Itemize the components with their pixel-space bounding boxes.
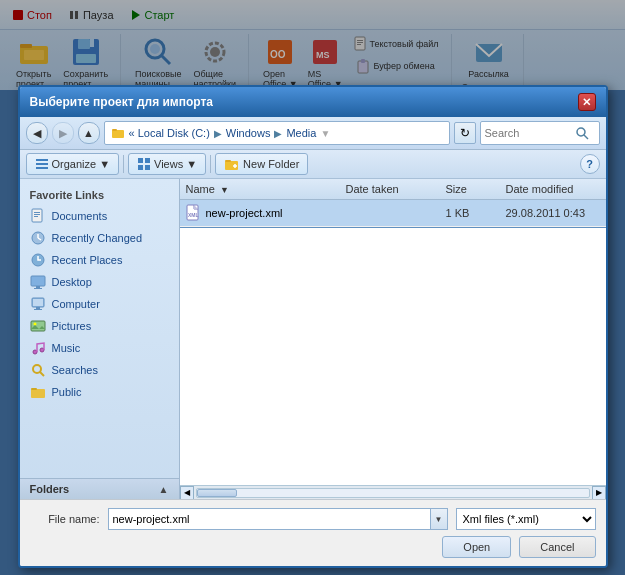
sidebar-item-music[interactable]: Music — [20, 337, 179, 359]
svg-rect-57 — [31, 321, 45, 331]
computer-icon — [30, 296, 46, 312]
svg-rect-55 — [34, 309, 42, 310]
recently-changed-label: Recently Changed — [52, 232, 143, 244]
file-list-body: XML new-project.xml 1 KB 29.08.2011 0:43 — [180, 200, 606, 485]
sidebar-item-recently-changed[interactable]: Recently Changed — [20, 227, 179, 249]
file-size: 1 KB — [440, 206, 500, 220]
svg-rect-31 — [36, 159, 48, 161]
new-folder-icon — [224, 157, 240, 171]
back-button[interactable]: ◀ — [26, 122, 48, 144]
svg-rect-52 — [34, 288, 42, 289]
col-header-date-taken[interactable]: Date taken — [340, 181, 440, 197]
scroll-right-button[interactable]: ▶ — [592, 486, 606, 500]
file-row[interactable]: XML new-project.xml 1 KB 29.08.2011 0:43 — [180, 200, 606, 227]
recently-changed-icon — [30, 230, 46, 246]
search-input[interactable] — [485, 127, 575, 139]
path-local-disk[interactable]: « Local Disk (C:) — [127, 126, 212, 140]
dialog-title: Выберите проект для импорта — [30, 95, 214, 109]
refresh-button[interactable]: ↻ — [454, 122, 476, 144]
sidebar-item-searches[interactable]: Searches — [20, 359, 179, 381]
searches-icon — [30, 362, 46, 378]
toolbar-sep2 — [210, 155, 211, 173]
address-bar: ◀ ▶ ▲ « Local Disk (C:) ▶ Windows ▶ Medi… — [20, 117, 606, 150]
search-icon — [575, 126, 589, 140]
favorite-links-title: Favorite Links — [20, 187, 179, 205]
left-panel: Favorite Links Documents — [20, 179, 180, 499]
col-header-date-modified[interactable]: Date modified — [500, 181, 606, 197]
up-icon: ▲ — [83, 127, 94, 139]
dialog-titlebar: Выберите проект для импорта ✕ — [20, 87, 606, 117]
dialog-close-button[interactable]: ✕ — [578, 93, 596, 111]
up-button[interactable]: ▲ — [78, 122, 100, 144]
views-arrow: ▼ — [186, 158, 197, 170]
sidebar-item-computer[interactable]: Computer — [20, 293, 179, 315]
music-label: Music — [52, 342, 81, 354]
col-header-name[interactable]: Name ▼ — [180, 181, 340, 197]
cancel-button[interactable]: Cancel — [519, 536, 595, 558]
sidebar-item-public[interactable]: Public — [20, 381, 179, 403]
desktop-icon — [30, 274, 46, 290]
scrollbar-thumb[interactable] — [197, 489, 237, 497]
svg-rect-64 — [31, 388, 37, 390]
scrollbar-track[interactable] — [196, 488, 590, 498]
filename-input[interactable] — [108, 508, 430, 530]
svg-rect-44 — [34, 214, 40, 215]
scroll-left-button[interactable]: ◀ — [180, 486, 194, 500]
filename-row: File name: ▼ Xml files (*.xml) — [30, 508, 596, 530]
sidebar-item-recent-places[interactable]: Recent Places — [20, 249, 179, 271]
svg-rect-43 — [34, 212, 40, 213]
address-path[interactable]: « Local Disk (C:) ▶ Windows ▶ Media ▼ — [104, 121, 450, 145]
back-icon: ◀ — [33, 127, 41, 140]
help-button[interactable]: ? — [580, 154, 600, 174]
sidebar-item-desktop[interactable]: Desktop — [20, 271, 179, 293]
svg-rect-36 — [138, 165, 143, 170]
folders-label: Folders — [30, 483, 70, 495]
music-icon — [30, 340, 46, 356]
file-name: new-project.xml — [206, 207, 283, 219]
svg-text:XML: XML — [188, 212, 199, 218]
dialog-overlay: Выберите проект для импорта ✕ ◀ ▶ ▲ « Lo… — [0, 0, 625, 575]
search-box[interactable] — [480, 121, 600, 145]
svg-rect-56 — [33, 299, 43, 306]
svg-rect-37 — [145, 165, 150, 170]
file-date-taken — [340, 212, 440, 214]
searches-label: Searches — [52, 364, 98, 376]
sidebar-item-documents[interactable]: Documents — [20, 205, 179, 227]
svg-rect-32 — [36, 163, 48, 165]
filetype-select[interactable]: Xml files (*.xml) — [456, 508, 596, 530]
file-name-cell: XML new-project.xml — [180, 203, 340, 223]
svg-rect-39 — [225, 160, 231, 162]
new-folder-label: New Folder — [243, 158, 299, 170]
desktop-label: Desktop — [52, 276, 92, 288]
xml-file-icon: XML — [186, 204, 202, 222]
horizontal-scrollbar[interactable]: ◀ ▶ — [180, 485, 606, 499]
filename-combo: ▼ — [108, 508, 448, 530]
filename-dropdown-button[interactable]: ▼ — [430, 508, 448, 530]
import-dialog: Выберите проект для импорта ✕ ◀ ▶ ▲ « Lo… — [18, 85, 608, 568]
computer-label: Computer — [52, 298, 100, 310]
svg-rect-27 — [112, 130, 124, 138]
forward-button[interactable]: ▶ — [52, 122, 74, 144]
views-button[interactable]: Views ▼ — [128, 153, 206, 175]
svg-rect-35 — [145, 158, 150, 163]
toolbar: Organize ▼ Views ▼ — [20, 150, 606, 179]
open-button[interactable]: Open — [442, 536, 511, 558]
svg-rect-45 — [34, 216, 38, 217]
toolbar-sep1 — [123, 155, 124, 173]
right-panel: Name ▼ Date taken Size Date modified — [180, 179, 606, 499]
dialog-content: Favorite Links Documents — [20, 179, 606, 499]
new-folder-button[interactable]: New Folder — [215, 153, 308, 175]
folder-icon — [111, 126, 125, 140]
views-icon — [137, 157, 151, 171]
folders-section[interactable]: Folders ▲ — [20, 478, 179, 499]
dialog-footer: File name: ▼ Xml files (*.xml) Open Canc… — [20, 499, 606, 566]
path-windows[interactable]: Windows — [224, 126, 273, 140]
help-icon: ? — [586, 158, 593, 170]
organize-button[interactable]: Organize ▼ — [26, 153, 120, 175]
col-header-size[interactable]: Size — [440, 181, 500, 197]
path-media[interactable]: Media — [284, 126, 318, 140]
svg-point-61 — [33, 365, 41, 373]
sort-arrow: ▼ — [220, 185, 229, 195]
sidebar-item-pictures[interactable]: Pictures — [20, 315, 179, 337]
svg-rect-63 — [31, 389, 45, 398]
